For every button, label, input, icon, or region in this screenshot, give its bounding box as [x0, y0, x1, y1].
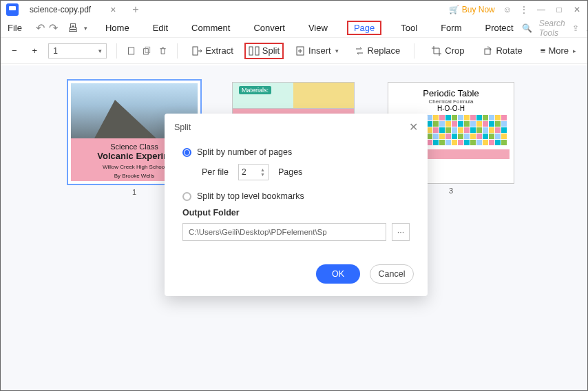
more-button[interactable]: ≡ More ▸	[536, 43, 580, 59]
output-folder-field[interactable]: C:\Users\Geili\Desktop\PDFelement\Sp	[182, 223, 386, 241]
search-icon[interactable]: 🔍	[522, 23, 532, 33]
print-more-icon[interactable]: ▾	[84, 25, 87, 32]
more-label: More	[548, 45, 569, 56]
page-copy-icon[interactable]	[143, 45, 151, 56]
output-folder-value: C:\Users\Geili\Desktop\PDFelement\Sp	[189, 228, 327, 236]
tab-home[interactable]: Home	[101, 21, 134, 35]
svg-rect-4	[144, 48, 149, 54]
tab-tool[interactable]: Tool	[397, 21, 421, 35]
close-tab-icon[interactable]: ×	[110, 4, 116, 15]
replace-icon	[354, 45, 365, 56]
page-toolbar: − + 1 ▾ Extract Split Insert ▾ Replace C…	[1, 38, 587, 64]
extract-icon	[191, 45, 202, 56]
more-icon: ≡	[540, 45, 546, 56]
replace-label: Replace	[368, 45, 401, 56]
browse-folder-button[interactable]: ···	[392, 223, 410, 241]
page-delete-icon[interactable]	[158, 45, 167, 56]
menu-file[interactable]: File	[8, 23, 22, 33]
pages-per-file-value: 2	[242, 167, 246, 177]
redo-icon[interactable]: ↷	[49, 22, 58, 34]
titlebar: science-copy.pdf × + 🛒 Buy Now ☺ ⋮ — □ ✕	[1, 1, 587, 19]
app-icon	[6, 3, 19, 16]
new-tab-button[interactable]: +	[132, 3, 138, 16]
cart-icon: 🛒	[449, 5, 459, 14]
split-icon	[249, 45, 260, 56]
search-placeholder[interactable]: Search Tools	[539, 19, 565, 38]
chevron-down-icon: ▾	[335, 47, 339, 54]
close-window-button[interactable]: ✕	[572, 5, 582, 14]
thumb2-materials-label: Materials:	[239, 86, 271, 94]
tab-protect[interactable]: Protect	[481, 21, 517, 35]
split-label: Split	[262, 45, 280, 56]
dialog-close-button[interactable]: ✕	[409, 120, 418, 134]
split-dialog: Split ✕ Split by number of pages Per fil…	[165, 114, 428, 296]
stepper-up-icon[interactable]: ▲	[260, 167, 265, 172]
rotate-label: Rotate	[496, 45, 522, 56]
tab-edit[interactable]: Edit	[149, 21, 172, 35]
page-dropdown-icon: ▾	[98, 47, 102, 54]
ok-button[interactable]: OK	[316, 264, 360, 284]
radio-off-icon	[182, 192, 191, 201]
tab-page[interactable]: Page	[347, 21, 381, 35]
page-number-field[interactable]: 1 ▾	[48, 43, 107, 59]
radio-bookmarks-label: Split by top level bookmarks	[197, 191, 304, 201]
extract-label: Extract	[205, 45, 233, 56]
minimize-button[interactable]: —	[536, 5, 546, 14]
maximize-button[interactable]: □	[554, 5, 564, 14]
crop-label: Crop	[445, 45, 464, 56]
rotate-icon	[482, 45, 493, 56]
document-tab[interactable]: science-copy.pdf ×	[23, 3, 123, 17]
svg-rect-5	[145, 47, 150, 52]
svg-rect-3	[128, 47, 134, 54]
crop-button[interactable]: Crop	[427, 43, 468, 59]
insert-label: Insert	[308, 45, 331, 56]
page-insert-blank-icon[interactable]	[127, 45, 136, 56]
pages-per-file-stepper[interactable]: 2 ▲▼	[238, 164, 269, 180]
page-thumbnail-canvas: Science Class Volcanic Experim Willow Cr…	[1, 65, 587, 390]
share-icon[interactable]: ⇪	[572, 23, 579, 33]
per-file-label: Per file	[202, 167, 229, 177]
insert-icon	[295, 45, 306, 56]
svg-rect-6	[193, 47, 198, 55]
radio-split-by-pages[interactable]: Split by number of pages	[182, 147, 410, 157]
insert-button[interactable]: Insert ▾	[291, 43, 343, 59]
user-icon[interactable]: ☺	[503, 5, 512, 14]
tab-form[interactable]: Form	[437, 21, 465, 35]
stepper-down-icon[interactable]: ▼	[260, 172, 265, 177]
dialog-title: Split	[174, 123, 191, 132]
buy-now-link[interactable]: 🛒 Buy Now	[449, 5, 495, 14]
thumb3-formula: H-O-O-H	[392, 105, 510, 112]
svg-rect-7	[249, 47, 253, 55]
thumb3-sub: Chemical Formula	[392, 98, 510, 105]
menubar: File ↶ ↷ 🖶 ▾ Home Edit Comment Convert V…	[1, 19, 587, 38]
radio-pages-label: Split by number of pages	[197, 147, 292, 157]
tab-view[interactable]: View	[304, 21, 332, 35]
zoom-out-button[interactable]: −	[8, 43, 21, 59]
zoom-in-button[interactable]: +	[28, 43, 42, 59]
pages-unit-label: Pages	[278, 167, 302, 177]
page-number-value: 1	[53, 46, 58, 56]
rotate-button[interactable]: Rotate	[478, 43, 526, 59]
chevron-right-icon: ▸	[573, 47, 576, 54]
undo-icon[interactable]: ↶	[36, 22, 45, 34]
split-button[interactable]: Split	[244, 43, 284, 59]
kebab-icon[interactable]: ⋮	[520, 5, 528, 14]
thumb3-title: Periodic Table	[392, 88, 510, 98]
radio-split-by-bookmarks[interactable]: Split by top level bookmarks	[182, 191, 410, 201]
menu-tabs: Home Edit Comment Convert View Page Tool…	[101, 21, 518, 35]
cancel-button[interactable]: Cancel	[370, 264, 414, 284]
svg-rect-8	[255, 47, 259, 55]
radio-on-icon	[182, 148, 191, 157]
replace-button[interactable]: Replace	[350, 43, 405, 59]
svg-rect-10	[485, 49, 490, 54]
cancel-label: Cancel	[379, 269, 406, 279]
buy-now-label: Buy Now	[462, 5, 495, 14]
ok-label: OK	[332, 269, 344, 279]
crop-icon	[431, 45, 442, 56]
tab-convert[interactable]: Convert	[249, 21, 289, 35]
extract-button[interactable]: Extract	[187, 43, 237, 59]
tab-comment[interactable]: Comment	[187, 21, 234, 35]
output-folder-label: Output Folder	[182, 208, 410, 218]
document-tab-label: science-copy.pdf	[30, 5, 91, 14]
print-icon[interactable]: 🖶	[67, 22, 78, 34]
